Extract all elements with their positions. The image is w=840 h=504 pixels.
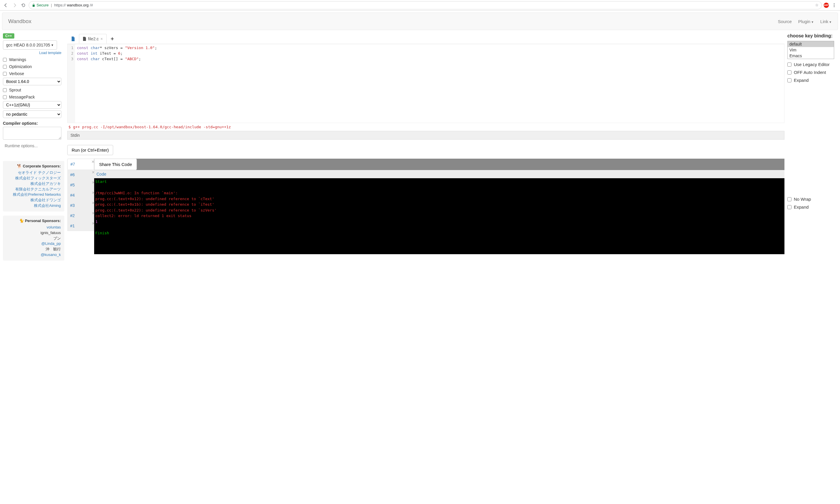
add-tab-button[interactable]: ＋	[107, 33, 118, 44]
code-content[interactable]: const char* szVers = "Version 1.0";const…	[75, 44, 784, 123]
keybinding-option[interactable]: Vim	[788, 47, 834, 53]
check-warnings[interactable]: Warnings	[3, 57, 64, 62]
sponsor-link[interactable]: 株式会社Preferred Networks	[6, 192, 61, 198]
close-icon[interactable]: ×	[92, 180, 95, 185]
sponsor-link[interactable]: 株式会社フィックスターズ	[6, 176, 61, 181]
svg-point-2	[834, 5, 835, 5]
svg-point-3	[834, 6, 835, 7]
compile-command: $ g++ prog.cc -I/opt/wandbox/boost-1.64.…	[67, 123, 785, 131]
compiler-label: gcc HEAD 8.0.0 201705	[6, 43, 50, 47]
sponsor-link[interactable]: voluntas	[6, 225, 61, 230]
tab-main-file[interactable]	[67, 34, 79, 43]
check-expand[interactable]: Expand	[787, 78, 837, 83]
sponsor-link[interactable]: @Linda_pp	[6, 241, 61, 247]
pedantic-select[interactable]: no pedantic	[3, 110, 62, 118]
run-history-item[interactable]: #1×	[67, 221, 94, 231]
nav-plugin-label: Plugin	[798, 19, 810, 24]
keybinding-label: choose key binding:	[787, 33, 837, 39]
sponsor-link: 沖 観行	[6, 247, 61, 252]
corporate-sponsors-panel: 🐕 Corporate Sponsors: セオライド テクノロジー株式会社フィ…	[3, 161, 64, 212]
stdin-toggle[interactable]: Stdin	[67, 131, 785, 140]
check-autoindent-label: OFF Auto Indent	[794, 70, 826, 75]
sponsor-link[interactable]: 株式会社ドワンゴ	[6, 198, 61, 203]
runtime-options-input[interactable]	[3, 142, 62, 149]
corporate-sponsors-list: セオライド テクノロジー株式会社フィックスターズ株式会社アカツキ有限会社テクニカ…	[6, 170, 61, 209]
editor-tabs: file2.c × ＋	[67, 33, 785, 44]
run-history-item[interactable]: #6×	[67, 169, 94, 180]
check-verbose-label: Verbose	[9, 71, 24, 76]
url-separator: |	[51, 3, 52, 7]
run-history-item[interactable]: #4×	[67, 190, 94, 200]
close-icon[interactable]: ×	[92, 221, 95, 227]
keybinding-option[interactable]: Emacs	[788, 53, 834, 59]
nav-link-label: Link	[820, 19, 828, 24]
sponsor-link: ブン	[6, 236, 61, 241]
sponsor-link: ignis_fatuus	[6, 230, 61, 236]
run-history-item[interactable]: #5×	[67, 180, 94, 190]
check-messagepack[interactable]: MessagePack	[3, 95, 64, 99]
nav-plugin[interactable]: Plugin▼	[798, 19, 814, 24]
address-bar[interactable]: Secure | https://wandbox.org/# ☆	[29, 1, 822, 10]
result-code-link-row: Code	[94, 170, 785, 178]
run-history-item[interactable]: #3×	[67, 200, 94, 211]
bookmark-star-icon[interactable]: ☆	[815, 3, 819, 7]
share-button[interactable]: Share This Code	[94, 159, 137, 170]
personal-sponsors-list: voluntasignis_fatuusブン@Linda_pp沖 観行@kusa…	[6, 225, 61, 258]
run-history-item[interactable]: #7×	[67, 159, 94, 170]
nav-link-menu[interactable]: Link▼	[820, 19, 832, 24]
url-path: /#	[90, 3, 93, 7]
compiler-options-input[interactable]	[3, 127, 62, 140]
result-terminal[interactable]: Start /tmp/cci3wWHI.o: In function `main…	[94, 178, 785, 254]
browser-forward-button[interactable]	[11, 2, 18, 9]
sponsor-link[interactable]: 有限会社テクニカルアーツ	[6, 187, 61, 192]
compiler-select[interactable]: gcc HEAD 8.0.0 201705 ▼	[3, 40, 57, 50]
check-expand-output[interactable]: Expand	[787, 204, 837, 210]
tab-file2[interactable]: file2.c ×	[79, 34, 107, 43]
load-template-link[interactable]: Load template	[3, 51, 62, 55]
right-sidebar: choose key binding: defaultVimEmacs Use …	[787, 33, 837, 260]
tab-file2-label: file2.c	[88, 37, 99, 41]
check-optimization[interactable]: Optimization	[3, 64, 64, 69]
sponsor-link[interactable]: 株式会社Aiming	[6, 203, 61, 209]
check-nowrap-output[interactable]: No Wrap	[787, 197, 837, 202]
close-icon[interactable]: ×	[92, 169, 95, 175]
check-legacy-editor[interactable]: Use Legacy Editor	[787, 62, 837, 67]
close-icon[interactable]: ×	[92, 190, 95, 196]
close-icon[interactable]: ×	[92, 210, 95, 216]
check-auto-indent[interactable]: OFF Auto Indent	[787, 70, 837, 75]
nav-source[interactable]: Source	[778, 19, 792, 24]
adblock-icon[interactable]: ABP	[824, 3, 829, 8]
browser-menu-button[interactable]	[830, 2, 838, 9]
check-expand2-label: Expand	[794, 204, 809, 210]
keybinding-option[interactable]: default	[788, 41, 834, 47]
run-history-item[interactable]: #2×	[67, 210, 94, 221]
language-badge: C++	[3, 33, 14, 39]
page-nav: Wandbox Source Plugin▼ Link▼	[2, 13, 838, 30]
sponsor-link[interactable]: @kusano_k	[6, 252, 61, 258]
keybinding-list[interactable]: defaultVimEmacs	[787, 41, 834, 59]
run-button[interactable]: Run (or Ctrl+Enter)	[67, 145, 113, 155]
check-legacy-label: Use Legacy Editor	[794, 62, 830, 67]
cppstd-select[interactable]: C++1z(GNU)	[3, 101, 62, 109]
result-code-link[interactable]: Code	[97, 172, 106, 177]
corporate-sponsors-title: 🐕 Corporate Sponsors:	[6, 164, 61, 168]
close-icon[interactable]: ×	[92, 200, 95, 206]
browser-back-button[interactable]	[2, 2, 10, 9]
close-icon[interactable]: ×	[91, 159, 94, 165]
boost-select[interactable]: Boost 1.64.0	[3, 78, 62, 85]
result-main: Share This Code Code Start /tmp/cci3wWHI…	[94, 159, 785, 254]
nav-links: Source Plugin▼ Link▼	[778, 19, 832, 24]
compiler-options-label: Compiler options:	[3, 121, 64, 126]
check-sprout[interactable]: Sprout	[3, 88, 64, 92]
sponsor-link[interactable]: セオライド テクノロジー	[6, 170, 61, 176]
sponsor-link[interactable]: 株式会社アカツキ	[6, 181, 61, 187]
check-expand-label: Expand	[794, 78, 809, 83]
close-tab-icon[interactable]: ×	[101, 37, 103, 41]
file-icon	[71, 37, 75, 41]
browser-reload-button[interactable]	[20, 2, 27, 9]
check-verbose[interactable]: Verbose	[3, 71, 64, 76]
code-editor[interactable]: 123 const char* szVers = "Version 1.0";c…	[67, 44, 785, 123]
editor-area: file2.c × ＋ 123 const char* szVers = "Ve…	[67, 33, 785, 260]
brand[interactable]: Wandbox	[8, 18, 32, 24]
file-icon	[83, 37, 86, 41]
